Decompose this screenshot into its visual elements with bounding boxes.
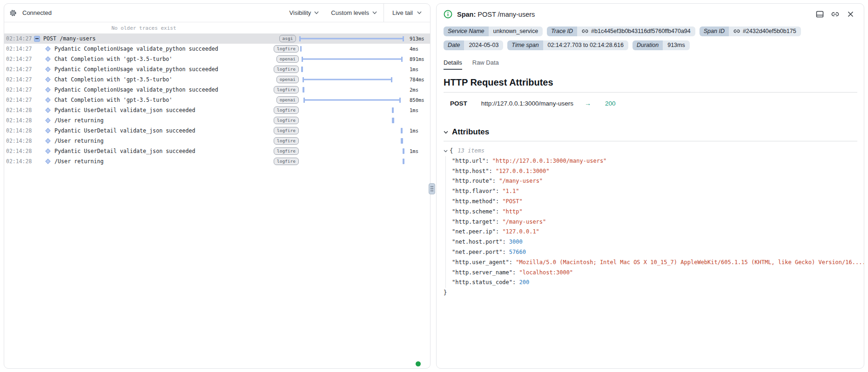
span-details-panel: Span: POST /many-users Service Name <box>436 3 864 369</box>
divider <box>444 92 857 93</box>
timeline-track <box>299 33 406 44</box>
json-value: "127.0.0.1" <box>502 228 539 235</box>
meta-badge-label: Trace ID <box>547 27 577 36</box>
diamond-icon <box>45 107 50 113</box>
json-colon: : <box>502 239 509 245</box>
visibility-dropdown[interactable]: Visibility <box>289 9 319 16</box>
json-entry: "net.peer.port": 57660 <box>452 247 857 258</box>
span-type-icon[interactable] <box>45 78 54 81</box>
trace-row[interactable]: 02:14:27 Pydantic CompletionUsage valida… <box>4 85 430 95</box>
trace-row[interactable]: 02:14:27 Chat Completion with 'gpt-3.5-t… <box>4 95 430 105</box>
trace-row[interactable]: 02:14:27 Pydantic CompletionUsage valida… <box>4 44 430 54</box>
meta-badge-label: Duration <box>632 40 663 50</box>
trace-label: Chat Completion with 'gpt-3.5-turbo' <box>54 76 276 83</box>
meta-badge-text: #2432d40ef5b0b175 <box>743 28 796 34</box>
json-key: "http.method" <box>452 198 496 205</box>
meta-badge: Trace ID #b1c445ef3b0b43116df5760ffb470a… <box>547 27 695 36</box>
scope-badge: openai <box>276 55 299 63</box>
scope-badge: logfire <box>274 106 299 114</box>
diamond-icon <box>45 97 50 102</box>
span-type-icon[interactable] <box>45 129 54 133</box>
scope-badge-cell: logfire <box>274 147 299 155</box>
diamond-icon <box>45 118 50 123</box>
trace-timestamp: 02:14:27 <box>4 97 34 103</box>
span-type-icon[interactable] <box>45 139 54 143</box>
json-key: "http.url" <box>452 158 485 164</box>
json-value: "/many-users" <box>499 178 543 184</box>
timeline-track <box>299 126 406 136</box>
scope-badge-cell: logfire <box>274 117 299 124</box>
json-key: "net.peer.port" <box>452 249 502 255</box>
span-kind-label: Span: <box>457 11 476 18</box>
scope-badge-cell: logfire <box>274 66 299 73</box>
meta-badge-text: 2024-05-03 <box>469 42 498 48</box>
trace-row[interactable]: 02:14:28 /User returning logfire <box>4 156 430 166</box>
tab-raw-data[interactable]: Raw Data <box>472 59 499 70</box>
scope-badge-cell: openai <box>276 96 299 104</box>
json-key: "http.status_code" <box>452 279 512 286</box>
span-type-icon[interactable] <box>45 67 54 71</box>
custom-levels-dropdown[interactable]: Custom levels <box>331 9 377 16</box>
span-type-icon[interactable] <box>45 57 54 61</box>
span-type-icon[interactable] <box>45 88 54 92</box>
info-icon <box>444 10 452 19</box>
timeline-bar <box>392 107 394 113</box>
meta-badge: Duration 913ms <box>632 40 690 50</box>
json-value: "Mozilla/5.0 (Macintosh; Intel Mac OS X … <box>516 259 864 266</box>
span-type-icon[interactable] <box>45 119 54 122</box>
panel-resize-handle[interactable] <box>429 183 435 194</box>
copy-link-icon[interactable] <box>831 10 839 19</box>
json-entry: "net.host.port": 3000 <box>452 237 857 247</box>
connection-status-label: Connected <box>22 9 52 16</box>
arrow-right-icon: → <box>585 100 591 107</box>
trace-row[interactable]: 02:14:27 Chat Completion with 'gpt-3.5-t… <box>4 74 430 85</box>
tab-details[interactable]: Details <box>444 59 462 70</box>
json-entry: "http.scheme": "http" <box>452 207 857 217</box>
trace-row[interactable]: 02:14:28 Pydantic UserDetail validate_js… <box>4 105 430 115</box>
span-type-icon[interactable] <box>45 108 54 112</box>
span-type-icon[interactable] <box>45 47 54 51</box>
trace-row[interactable]: 02:14:27 Pydantic CompletionUsage valida… <box>4 64 430 74</box>
chevron-down-icon <box>314 11 319 14</box>
trace-row[interactable]: 02:14:28 Pydantic UserDetail validate_js… <box>4 146 430 156</box>
json-colon: : <box>496 219 502 225</box>
json-value: 57660 <box>509 249 526 255</box>
split-view-icon[interactable] <box>815 10 824 19</box>
trace-row[interactable]: 02:14:27 Chat Completion with 'gpt-3.5-t… <box>4 54 430 64</box>
meta-badge: Service Name unknown_service <box>444 27 543 36</box>
close-icon[interactable] <box>846 10 855 19</box>
json-key: "http.server_name" <box>452 269 512 276</box>
connection-status: Connected <box>4 9 52 17</box>
trace-row[interactable]: 02:14:28 /User returning logfire <box>4 115 430 126</box>
timeline-bar <box>392 118 394 123</box>
json-entry: "http.status_code": 200 <box>452 278 857 288</box>
app-window: Connected Visibility Custom levels Live … <box>0 0 868 372</box>
json-value: 200 <box>519 279 530 286</box>
json-colon: : <box>485 158 492 164</box>
meta-badge-value: unknown_service <box>489 27 543 36</box>
link-icon[interactable] <box>582 28 588 34</box>
span-type-icon[interactable] <box>45 98 54 102</box>
json-root-toggle[interactable]: { 13 items <box>444 146 857 156</box>
live-tail-dropdown[interactable]: Live tail <box>384 4 430 22</box>
trace-row[interactable]: 02:14:28 /User returning logfire <box>4 136 430 146</box>
meta-badge-text: unknown_service <box>493 28 538 34</box>
json-key: "http.target" <box>452 219 496 225</box>
trace-list-header: Connected Visibility Custom levels Live … <box>4 4 430 22</box>
trace-duration: 1ms <box>406 148 430 154</box>
span-type-icon[interactable] <box>45 159 54 163</box>
span-type-icon[interactable] <box>34 36 43 42</box>
meta-badge-value: #b1c445ef3b0b43116df5760ffb470a94 <box>577 27 695 36</box>
meta-badge-text: 913ms <box>667 42 685 48</box>
attributes-section-toggle[interactable]: Attributes <box>444 127 857 137</box>
scope-badge: logfire <box>274 45 299 53</box>
meta-badge: Span ID #2432d40ef5b0b175 <box>700 27 801 36</box>
json-value: "POST" <box>502 198 522 205</box>
span-type-icon[interactable] <box>45 149 54 153</box>
scope-badge-cell: logfire <box>274 127 299 134</box>
timeline-bar <box>401 128 403 133</box>
link-icon[interactable] <box>733 28 740 34</box>
gear-icon[interactable] <box>9 9 17 17</box>
trace-row[interactable]: 02:14:28 Pydantic UserDetail validate_js… <box>4 126 430 136</box>
trace-row[interactable]: 02:14:27 POST /many-users asgi 913ms <box>4 33 430 44</box>
